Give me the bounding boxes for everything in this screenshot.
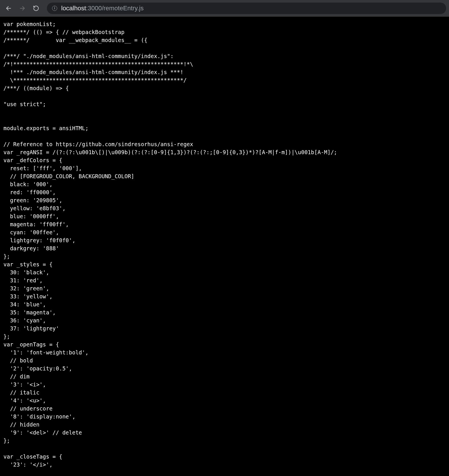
site-info-icon[interactable]: i [52, 6, 57, 11]
browser-toolbar: i localhost:3000/remoteEntry.js [0, 0, 449, 17]
page-content: var pokemonList; /******/ (() => { // we… [0, 17, 449, 476]
url-path: /remoteEntry.js [102, 5, 144, 12]
url-port: :3000 [86, 5, 102, 12]
forward-button[interactable] [17, 3, 28, 14]
url-host: localhost [61, 5, 86, 12]
source-code[interactable]: var pokemonList; /******/ (() => { // we… [3, 20, 446, 469]
address-bar[interactable]: i localhost:3000/remoteEntry.js [47, 3, 446, 14]
back-button[interactable] [3, 3, 14, 14]
url-text: localhost:3000/remoteEntry.js [61, 5, 144, 12]
reload-button[interactable] [30, 3, 42, 14]
